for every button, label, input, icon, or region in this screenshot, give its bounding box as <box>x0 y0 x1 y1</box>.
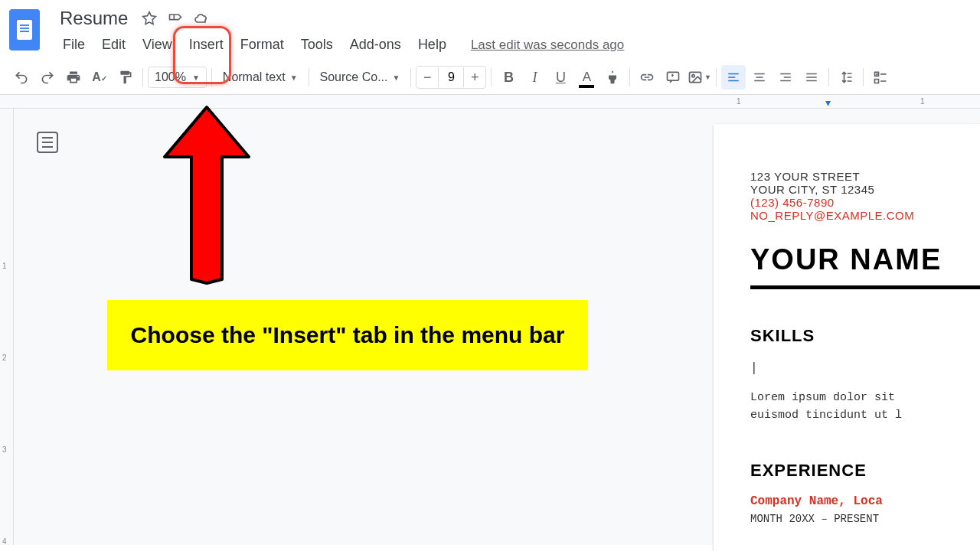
outline-toggle-icon[interactable] <box>37 132 58 153</box>
font-size-increase[interactable]: + <box>464 67 485 88</box>
image-button[interactable]: ▼ <box>687 65 711 90</box>
menu-edit[interactable]: Edit <box>94 34 133 56</box>
last-edit-text[interactable]: Last edit was seconds ago <box>471 37 624 53</box>
horizontal-ruler: 1 ▾ 1 <box>0 95 980 109</box>
menu-bar: File Edit View Insert Format Tools Add-o… <box>55 34 971 56</box>
svg-point-2 <box>692 75 694 77</box>
annotation-callout: Choose the "Insert" tab in the menu bar <box>107 300 588 370</box>
paint-format-button[interactable] <box>113 65 138 90</box>
align-center-button[interactable] <box>747 65 772 90</box>
spellcheck-button[interactable]: A✓ <box>87 65 112 90</box>
menu-addons[interactable]: Add-ons <box>342 34 409 56</box>
annotation-text: Choose the "Insert" tab in the menu bar <box>131 322 565 348</box>
text-color-button[interactable]: A <box>574 65 599 90</box>
highlight-button[interactable] <box>600 65 625 90</box>
align-left-button[interactable] <box>721 65 746 90</box>
skills-heading: SKILLS <box>750 326 980 346</box>
menu-view[interactable]: View <box>135 34 180 56</box>
font-size-decrease[interactable]: − <box>416 67 438 88</box>
undo-button[interactable] <box>9 65 34 90</box>
underline-button[interactable]: U <box>548 65 573 90</box>
font-size-group: − 9 + <box>416 66 486 89</box>
print-button[interactable] <box>61 65 86 90</box>
address-street: 123 YOUR STREET <box>750 170 980 183</box>
menu-insert[interactable]: Insert <box>181 34 231 56</box>
text-cursor: | <box>750 360 980 374</box>
resume-name: YOUR NAME <box>750 243 980 276</box>
line-spacing-button[interactable] <box>834 65 858 90</box>
company-line: Company Name, Loca <box>750 494 980 508</box>
document-title[interactable]: Resume <box>55 6 132 31</box>
zoom-select[interactable]: 100%▼ <box>148 67 207 88</box>
skills-body: Lorem ipsum dolor sit euismod tincidunt … <box>750 390 980 424</box>
bold-button[interactable]: B <box>496 65 521 90</box>
comment-button[interactable] <box>661 65 685 90</box>
align-justify-button[interactable] <box>799 65 824 90</box>
align-right-button[interactable] <box>773 65 798 90</box>
star-icon[interactable] <box>142 11 157 26</box>
toolbar: A✓ 100%▼ Normal text▼ Source Co...▼ − 9 … <box>0 60 980 95</box>
menu-tools[interactable]: Tools <box>293 34 341 56</box>
address-phone: (123) 456-7890 <box>750 196 980 209</box>
cloud-icon[interactable] <box>194 11 209 26</box>
indent-marker-icon[interactable]: ▾ <box>825 96 831 109</box>
docs-logo[interactable] <box>9 9 40 51</box>
move-icon[interactable] <box>168 11 183 26</box>
paragraph-style-select[interactable]: Normal text▼ <box>217 67 304 87</box>
menu-format[interactable]: Format <box>233 34 292 56</box>
link-button[interactable] <box>635 65 659 90</box>
menu-help[interactable]: Help <box>410 34 454 56</box>
font-select[interactable]: Source Co...▼ <box>314 67 407 87</box>
menu-file[interactable]: File <box>55 34 93 56</box>
document-page[interactable]: 123 YOUR STREET YOUR CITY, ST 12345 (123… <box>714 124 980 551</box>
font-size-input[interactable]: 9 <box>438 67 464 87</box>
redo-button[interactable] <box>35 65 60 90</box>
italic-button[interactable]: I <box>522 65 547 90</box>
name-divider <box>750 285 980 289</box>
experience-heading: EXPERIENCE <box>750 461 980 481</box>
address-city: YOUR CITY, ST 12345 <box>750 183 980 196</box>
dates-line: MONTH 20XX – PRESENT <box>750 513 980 525</box>
vertical-ruler: 1 2 3 4 <box>0 109 14 545</box>
header-bar: Resume File Edit View Insert Format Tool… <box>0 0 980 56</box>
address-email: NO_REPLY@EXAMPLE.COM <box>750 209 980 222</box>
checklist-button[interactable] <box>868 65 893 90</box>
